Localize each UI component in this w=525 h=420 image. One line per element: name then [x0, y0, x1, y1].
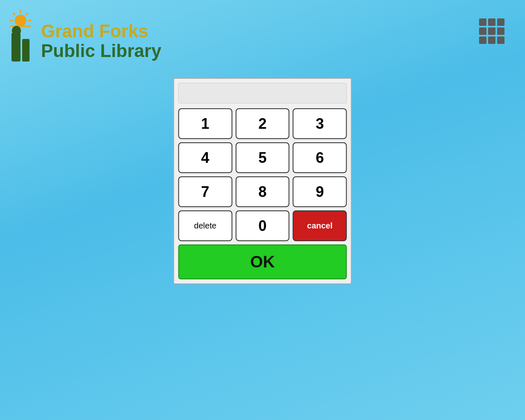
key-2-button[interactable]: 2 [235, 108, 290, 139]
key-6-button[interactable]: 6 [293, 142, 347, 173]
key-3-button[interactable]: 3 [293, 108, 347, 139]
svg-rect-7 [11, 33, 21, 62]
key-7-button[interactable]: 7 [178, 176, 233, 207]
grid-cell [488, 37, 495, 44]
logo-line2: Public Library [41, 41, 161, 61]
svg-rect-8 [22, 39, 30, 62]
grid-cell [488, 27, 495, 35]
grid-cell [497, 27, 504, 35]
key-5-button[interactable]: 5 [235, 142, 290, 173]
svg-point-9 [12, 26, 21, 36]
keypad-number-grid: 1 2 3 4 5 6 7 8 9 [178, 108, 347, 207]
key-4-button[interactable]: 4 [178, 142, 233, 173]
keypad-display [178, 83, 347, 103]
grid-cell [479, 18, 486, 26]
key-8-button[interactable]: 8 [235, 176, 290, 207]
delete-button[interactable]: delete [178, 210, 233, 241]
key-9-button[interactable]: 9 [293, 176, 347, 207]
logo-icon [4, 8, 37, 74]
svg-point-5 [15, 15, 26, 26]
key-1-button[interactable]: 1 [178, 108, 233, 139]
logo-line1: Grand Forks [41, 21, 161, 41]
logo-text: Grand Forks Public Library [41, 21, 161, 61]
grid-cell [497, 18, 504, 26]
cancel-button[interactable]: cancel [293, 210, 347, 241]
svg-line-1 [26, 13, 28, 15]
svg-line-2 [13, 13, 15, 15]
grid-cell [479, 37, 486, 44]
grid-cell [479, 27, 486, 35]
keypad-bottom-row: delete 0 cancel [178, 210, 347, 241]
ok-button[interactable]: OK [178, 244, 347, 279]
keypad-dialog: 1 2 3 4 5 6 7 8 9 delete 0 cancel OK [173, 78, 352, 284]
grid-cell [488, 18, 495, 26]
grid-cell [497, 37, 504, 44]
grid-icon [479, 18, 504, 44]
logo: Grand Forks Public Library [4, 8, 161, 74]
key-0-button[interactable]: 0 [235, 210, 290, 241]
